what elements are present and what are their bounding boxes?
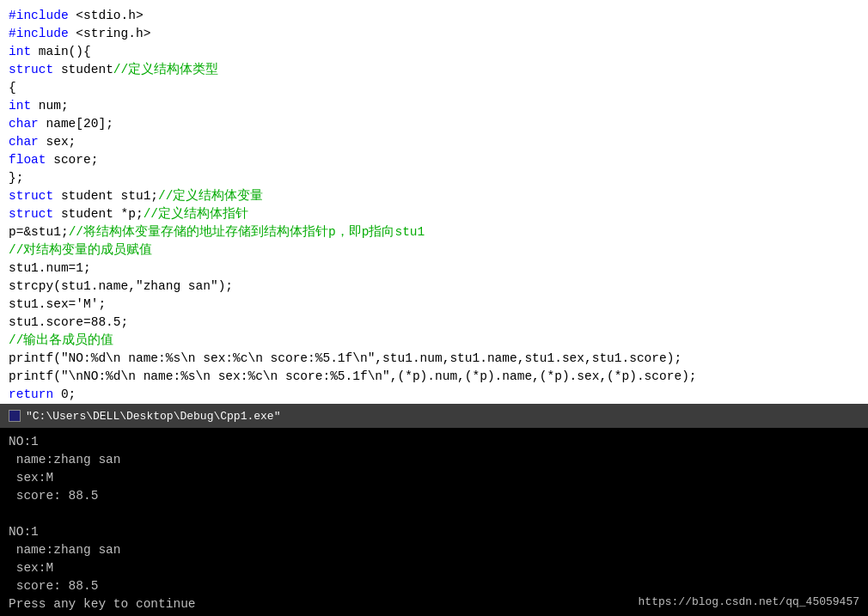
term-line-1: NO:1 (9, 433, 859, 451)
code-line-10: }; (9, 169, 859, 187)
code-line-1: #include <stdio.h> (9, 7, 859, 25)
code-line-18: stu1.score=88.5; (9, 314, 859, 332)
code-line-4: struct student//定义结构体类型 (9, 61, 859, 79)
code-line-13: p=&stu1;//将结构体变量存储的地址存储到结构体指针p，即p指向stu1 (9, 223, 859, 241)
terminal-titlebar: "C:\Users\DELL\Desktop\Debug\Cpp1.exe" (0, 404, 868, 428)
terminal-title: "C:\Users\DELL\Desktop\Debug\Cpp1.exe" (26, 410, 280, 423)
code-line-12: struct student *p;//定义结构体指针 (9, 205, 859, 223)
term-line-5 (9, 505, 859, 523)
code-line-8: char sex; (9, 133, 859, 151)
code-line-17: stu1.sex='M'; (9, 296, 859, 314)
code-editor: #include <stdio.h> #include <string.h> i… (0, 0, 868, 404)
term-line-8: sex:M (9, 559, 859, 577)
code-line-7: char name[20]; (9, 115, 859, 133)
code-line-15: stu1.num=1; (9, 259, 859, 278)
term-line-2: name:zhang san (9, 451, 859, 469)
csdn-link: https://blog.csdn.net/qq_45059457 (639, 593, 859, 611)
terminal-icon (9, 410, 21, 422)
code-line-2: #include <string.h> (9, 25, 859, 43)
code-line-14: //对结构变量的成员赋值 (9, 241, 859, 259)
code-line-22: return 0; (9, 386, 859, 404)
code-line-19: //输出各成员的值 (9, 332, 859, 350)
term-line-3: sex:M (9, 469, 859, 487)
code-line-3: int main(){ (9, 43, 859, 61)
code-line-5: { (9, 79, 859, 97)
terminal-output: NO:1 name:zhang san sex:M score: 88.5 NO… (0, 428, 868, 616)
code-line-20: printf("NO:%d\n name:%s\n sex:%c\n score… (9, 350, 859, 368)
code-line-9: float score; (9, 151, 859, 169)
code-line-6: int num; (9, 97, 859, 115)
term-line-7: name:zhang san (9, 541, 859, 559)
term-line-6: NO:1 (9, 523, 859, 541)
code-line-21: printf("\nNO:%d\n name:%s\n sex:%c\n sco… (9, 368, 859, 386)
code-line-11: struct student stu1;//定义结构体变量 (9, 187, 859, 205)
term-line-4: score: 88.5 (9, 487, 859, 505)
code-line-16: strcpy(stu1.name,"zhang san"); (9, 278, 859, 296)
